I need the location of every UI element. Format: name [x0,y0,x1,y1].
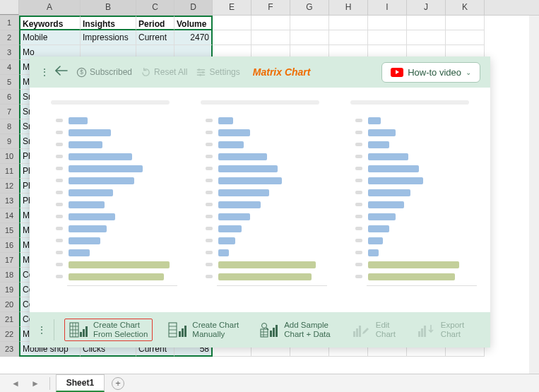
select-all-corner[interactable] [0,0,19,15]
cell-empty[interactable] [368,30,407,45]
sample-data-icon [260,321,278,338]
chart-title-placeholder [350,100,468,105]
row-header-22[interactable]: 22 [0,327,19,342]
row-header-5[interactable]: 5 [0,75,19,90]
row-header-21[interactable]: 21 [0,312,19,327]
bar-label-stub [206,191,213,194]
cell-empty[interactable] [446,16,485,30]
row-header-8[interactable]: 8 [0,119,19,134]
row-header-20[interactable]: 20 [0,297,19,312]
svg-point-17 [262,323,267,328]
cell-empty[interactable] [251,16,290,30]
bar [368,249,379,256]
bar [218,165,278,172]
row-header-23[interactable]: 23 [0,342,19,357]
row-header-12[interactable]: 12 [0,179,19,194]
svg-rect-7 [83,329,85,337]
row-header-7[interactable]: 7 [0,105,19,119]
export-chart-button[interactable]: Export Chart [411,318,470,342]
bar-label-stub [355,191,362,194]
cell-empty[interactable] [329,30,368,45]
youtube-icon [391,68,403,77]
settings-button[interactable]: Settings [196,67,239,78]
row-header-16[interactable]: 16 [0,238,19,253]
bar-label-stub [355,155,362,158]
cell-empty[interactable] [368,16,407,30]
panel-bottom-toolbar: ⋮ Create Chart From Selection Create Cha… [30,312,490,348]
row-header-17[interactable]: 17 [0,253,19,268]
chart-thumb-panel-1[interactable] [43,100,177,312]
howto-video-button[interactable]: How-to video ⌄ [381,62,480,83]
bar-label-stub [56,239,63,242]
row-header-1[interactable]: 1 [0,16,19,30]
back-arrow-icon[interactable] [55,66,68,78]
col-header-G[interactable]: G [290,0,329,15]
col-header-H[interactable]: H [329,0,368,15]
cell-B2[interactable]: Impressions [81,30,136,45]
vertical-scrollbar[interactable] [529,16,539,374]
edit-l1: Edit [376,321,396,330]
reset-all-button[interactable]: Reset All [141,67,187,78]
row-header-10[interactable]: 10 [0,149,19,164]
cell-empty[interactable] [290,30,329,45]
cell-C1[interactable]: Period [136,16,174,30]
col-header-D[interactable]: D [174,0,213,15]
svg-rect-18 [353,331,355,337]
chart-thumb-panel-2[interactable] [193,100,327,312]
cell-A1[interactable]: Keywords [19,16,81,30]
cell-empty[interactable] [213,30,251,45]
col-header-J[interactable]: J [407,0,446,15]
bar [218,201,261,208]
cell-C2[interactable]: Current [136,30,174,45]
row-header-9[interactable]: 9 [0,134,19,149]
bar [69,153,132,160]
menu-dots-icon-bottom[interactable]: ⋮ [37,328,47,332]
col-header-K[interactable]: K [446,0,485,15]
sheet-nav-next-icon[interactable]: ► [27,379,44,388]
row-header-2[interactable]: 2 [0,30,19,45]
cell-B1[interactable]: Insights [81,16,136,30]
cell-empty[interactable] [290,16,329,30]
cell-empty[interactable] [329,16,368,30]
bar [69,141,102,148]
add-sample-button[interactable]: Add Sample Chart + Data [254,318,336,342]
row-header-3[interactable]: 3 [0,45,19,60]
cell-empty[interactable] [407,30,446,45]
col-header-E[interactable]: E [213,0,251,15]
col-header-B[interactable]: B [81,0,136,15]
cell-empty[interactable] [446,30,485,45]
menu-dots-icon[interactable]: ⋮ [40,71,49,74]
row-header-4[interactable]: 4 [0,60,19,75]
row-header-6[interactable]: 6 [0,90,19,105]
row-header-15[interactable]: 15 [0,223,19,238]
bar-label-stub [56,275,63,278]
row-header-13[interactable]: 13 [0,194,19,208]
chart-thumb-panel-3[interactable] [343,100,477,312]
col-header-C[interactable]: C [136,0,174,15]
cell-empty[interactable] [407,16,446,30]
bar [218,237,235,244]
bar-label-stub [355,119,362,122]
cell-D1[interactable]: Volume [174,16,213,30]
row-header-18[interactable]: 18 [0,268,19,283]
sheet-nav-prev-icon[interactable]: ◄ [7,379,24,388]
spreadsheet-app: A B C D E F G H I J K 1KeywordsInsightsP… [0,0,539,392]
create-chart-manually-button[interactable]: Create Chart Manually [162,318,244,342]
col-header-F[interactable]: F [251,0,290,15]
row-header-11[interactable]: 11 [0,164,19,179]
col-header-I[interactable]: I [368,0,407,15]
add-sheet-button[interactable]: + [112,377,124,390]
bar [218,189,269,196]
cell-empty[interactable] [251,30,290,45]
cell-A2[interactable]: Mobile [19,30,81,45]
create-chart-from-selection-button[interactable]: Create Chart From Selection [64,319,153,341]
subscribed-button[interactable]: $ Subscribed [76,67,132,78]
col-header-A[interactable]: A [19,0,81,15]
cell-empty[interactable] [213,16,251,30]
row-header-14[interactable]: 14 [0,208,19,223]
edit-chart-button[interactable]: Edit Chart [346,318,401,342]
row-header-19[interactable]: 19 [0,283,19,297]
bar-label-stub [206,179,213,182]
cell-D2[interactable]: 2470 [174,30,213,45]
sheet-tab-sheet1[interactable]: Sheet1 [56,374,105,392]
